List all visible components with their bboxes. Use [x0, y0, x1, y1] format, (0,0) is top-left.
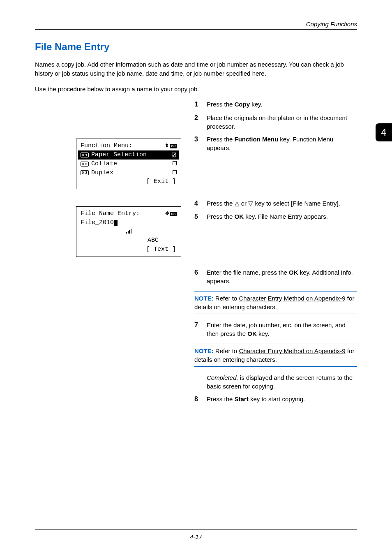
- step-1: 1 Press the Copy key.: [194, 100, 357, 109]
- step-5-pre: Press the: [207, 213, 235, 220]
- note-1: NOTE: Refer to Character Entry Method on…: [194, 291, 357, 314]
- step-6-bold: OK: [289, 269, 298, 276]
- lcd1-item-2: 0 2 Collate: [80, 160, 178, 169]
- intro-paragraph-1: Names a copy job. Add other information …: [35, 60, 357, 78]
- step-1-pre: Press the: [207, 101, 235, 108]
- step-7-post: key.: [257, 330, 270, 337]
- note-link: Character Entry Method on Appendix-9: [239, 295, 345, 302]
- step-3: 3 Press the Function Menu key. Function …: [194, 135, 357, 152]
- step-4-pre: Press the: [207, 200, 235, 207]
- step-3-bold: Function Menu: [235, 136, 279, 143]
- lcd1-item-1: 0 1 Paper Selection ☑: [78, 150, 179, 160]
- checkbox-icon: [173, 169, 177, 178]
- nav-cross-icon: ✥OK: [165, 209, 177, 218]
- note-label: NOTE:: [194, 295, 214, 302]
- lcd2-value: File_2010: [81, 218, 114, 227]
- note-link: Character Entry Method on Appendix-9: [239, 347, 345, 354]
- lcd1-item-3-index: 0 3: [81, 170, 89, 175]
- step-8-bold: Start: [235, 395, 249, 402]
- step-1-post: key.: [250, 101, 263, 108]
- text-cursor-icon: [114, 220, 118, 226]
- step-5-number: 5: [194, 212, 207, 221]
- lcd1-item-3: 0 3 Duplex: [80, 169, 178, 178]
- lcd1-item-3-label: Duplex: [91, 169, 113, 178]
- step-8: 8 Press the Start key to start copying.: [194, 395, 357, 404]
- checkbox-icon: [173, 160, 177, 169]
- lcd-panel-file-name-entry: File Name Entry: ✥OK File_2010 ABC [ Tex…: [76, 206, 181, 257]
- step-6-number: 6: [194, 268, 207, 285]
- lcd1-title: Function Menu:: [81, 141, 132, 150]
- step-5-post: key. File Name Entry appears.: [244, 213, 328, 220]
- note-label: NOTE:: [194, 347, 214, 354]
- step-4: 4 Press the △ or ▽ key to select [File N…: [194, 199, 357, 208]
- step-7-pre: Enter the date, job number, etc. on the …: [207, 321, 346, 337]
- step-1-bold: Copy: [235, 101, 250, 108]
- step-6: 6 Enter the file name, press the OK key.…: [194, 268, 357, 285]
- step-2: 2 Place the originals on the platen or i…: [194, 113, 357, 131]
- header-section: Copying Functions: [306, 21, 357, 28]
- lcd2-mode: ABC: [80, 236, 178, 245]
- signal-icon: [126, 229, 131, 234]
- lcd1-softkey: [ Exit ]: [80, 177, 178, 186]
- step-4-mid: or: [240, 200, 249, 207]
- step-completed: Completed. is displayed and the screen r…: [194, 373, 357, 391]
- step-5-bold: OK: [235, 213, 244, 220]
- step-4-number: 4: [194, 199, 207, 208]
- step-7: 7 Enter the date, job number, etc. on th…: [194, 321, 357, 338]
- lcd1-item-2-label: Collate: [91, 160, 117, 169]
- step-8-post: key to start copying.: [249, 395, 305, 402]
- check-icon: ☑: [171, 151, 177, 159]
- step-5: 5 Press the OK key. File Name Entry appe…: [194, 212, 357, 221]
- step-8-number: 8: [194, 395, 207, 404]
- note-2: NOTE: Refer to Character Entry Method on…: [194, 344, 357, 367]
- step-3-number: 3: [194, 135, 207, 152]
- lcd1-item-2-index: 0 2: [81, 162, 89, 166]
- step-6-pre: Enter the file name, press the: [207, 269, 289, 276]
- step-2-body: Place the originals on the platen or in …: [207, 113, 357, 131]
- intro-paragraph-2: Use the procedure below to assign a name…: [35, 85, 357, 94]
- page-footer: 4-17: [35, 530, 357, 540]
- step-7-bold: OK: [247, 330, 257, 337]
- lcd2-softkey: [ Text ]: [80, 245, 178, 254]
- lcd-panel-function-menu: Function Menu: ⬍OK 0 1 Paper Selection ☑…: [76, 139, 181, 189]
- up-triangle-icon: △: [235, 200, 240, 207]
- signal-row: [80, 227, 178, 236]
- step-2-number: 2: [194, 113, 207, 131]
- lcd1-item-1-index: 0 1: [81, 153, 89, 157]
- completed-italic: Completed.: [207, 374, 238, 381]
- chapter-tab: 4: [376, 123, 392, 141]
- page-header: Copying Functions: [35, 21, 357, 30]
- note-pre: Refer to: [214, 347, 239, 354]
- lcd1-item-1-label: Paper Selection: [91, 150, 147, 160]
- lcd2-value-row: File_2010: [80, 218, 178, 227]
- step-4-post: key to select [File Name Entry].: [253, 200, 340, 207]
- lcd2-title: File Name Entry:: [81, 209, 140, 218]
- note-pre: Refer to: [214, 295, 239, 302]
- nav-arrows-icon: ⬍OK: [165, 141, 177, 150]
- page-title: File Name Entry: [35, 41, 357, 53]
- step-7-number: 7: [194, 321, 207, 338]
- step-3-pre: Press the: [207, 136, 235, 143]
- step-8-pre: Press the: [207, 395, 235, 402]
- step-1-number: 1: [194, 100, 207, 109]
- down-triangle-icon: ▽: [248, 200, 253, 207]
